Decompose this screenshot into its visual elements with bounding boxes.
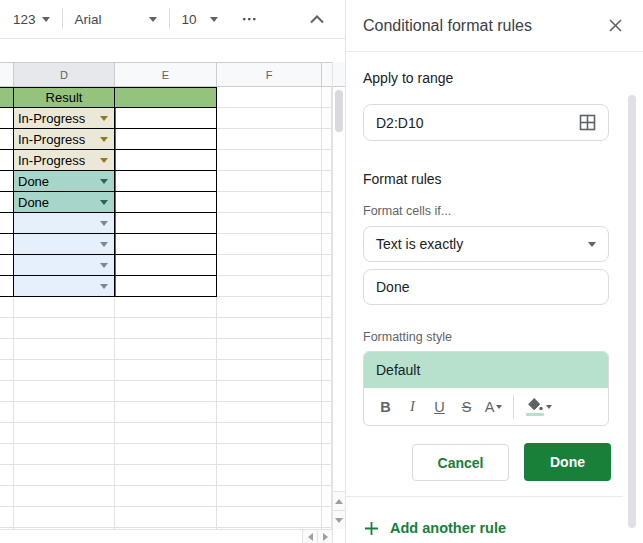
done-button[interactable]: Done bbox=[524, 443, 611, 481]
empty-cell[interactable] bbox=[115, 339, 217, 360]
cell-col-e[interactable] bbox=[115, 108, 217, 129]
cell-col-f[interactable] bbox=[217, 234, 322, 255]
cell-d2-dropdown[interactable]: In-Progress bbox=[14, 108, 115, 129]
cell-col-c[interactable] bbox=[0, 150, 14, 171]
empty-cell[interactable] bbox=[217, 297, 322, 318]
cell-col-g[interactable] bbox=[322, 108, 332, 129]
sheet-horizontal-scrollbar[interactable] bbox=[0, 529, 332, 543]
empty-cell[interactable] bbox=[322, 486, 332, 507]
cell-col-f[interactable] bbox=[217, 276, 322, 297]
panel-scrollbar-thumb[interactable] bbox=[628, 95, 636, 528]
empty-cell[interactable] bbox=[0, 339, 14, 360]
cell-d5-dropdown[interactable]: Done bbox=[14, 171, 115, 192]
empty-cell[interactable] bbox=[322, 402, 332, 423]
add-another-rule-button[interactable]: Add another rule bbox=[364, 514, 506, 542]
select-range-icon[interactable] bbox=[579, 114, 596, 131]
cell-col-g[interactable] bbox=[322, 276, 332, 297]
empty-cell[interactable] bbox=[14, 318, 115, 339]
cell-col-e[interactable] bbox=[115, 129, 217, 150]
cell-col-e[interactable] bbox=[115, 192, 217, 213]
cell-col-f[interactable] bbox=[217, 213, 322, 234]
empty-cell[interactable] bbox=[14, 423, 115, 444]
cell-d10-dropdown[interactable] bbox=[14, 276, 115, 297]
scroll-left-button[interactable] bbox=[302, 530, 317, 543]
cell-d6-dropdown[interactable]: Done bbox=[14, 192, 115, 213]
vertical-scrollbar-thumb[interactable] bbox=[335, 90, 343, 132]
empty-cell[interactable] bbox=[322, 318, 332, 339]
cell-g1[interactable] bbox=[322, 87, 332, 108]
empty-cell[interactable] bbox=[0, 297, 14, 318]
dropdown-arrow-icon[interactable] bbox=[100, 200, 108, 205]
cell-col-c[interactable] bbox=[0, 276, 14, 297]
empty-cell[interactable] bbox=[217, 444, 322, 465]
column-header-e[interactable]: E bbox=[115, 63, 217, 86]
empty-cell[interactable] bbox=[322, 507, 332, 528]
underline-button[interactable]: U bbox=[426, 393, 453, 421]
cell-col-g[interactable] bbox=[322, 129, 332, 150]
dropdown-arrow-icon[interactable] bbox=[100, 116, 108, 121]
empty-cell[interactable] bbox=[14, 339, 115, 360]
cell-col-e[interactable] bbox=[115, 255, 217, 276]
scroll-down-button[interactable] bbox=[333, 510, 345, 529]
empty-cell[interactable] bbox=[115, 402, 217, 423]
empty-cell[interactable] bbox=[322, 297, 332, 318]
strikethrough-button[interactable]: S bbox=[453, 393, 480, 421]
cell-d4-dropdown[interactable]: In-Progress bbox=[14, 150, 115, 171]
text-color-button[interactable]: A bbox=[480, 393, 507, 421]
empty-cell[interactable] bbox=[14, 402, 115, 423]
empty-cell[interactable] bbox=[115, 318, 217, 339]
empty-cell[interactable] bbox=[322, 444, 332, 465]
rule-text-input[interactable]: Done bbox=[363, 269, 609, 305]
dropdown-arrow-icon[interactable] bbox=[100, 158, 108, 163]
empty-cell[interactable] bbox=[14, 486, 115, 507]
empty-cell[interactable] bbox=[0, 381, 14, 402]
cell-d8-dropdown[interactable] bbox=[14, 234, 115, 255]
cell-d7-dropdown[interactable] bbox=[14, 213, 115, 234]
column-header-d[interactable]: D bbox=[14, 63, 115, 86]
scroll-up-button[interactable] bbox=[333, 491, 345, 510]
cell-col-e[interactable] bbox=[115, 234, 217, 255]
cell-col-c[interactable] bbox=[0, 192, 14, 213]
cell-col-g[interactable] bbox=[322, 234, 332, 255]
cell-col-c[interactable] bbox=[0, 255, 14, 276]
cancel-button[interactable]: Cancel bbox=[412, 444, 509, 481]
empty-cell[interactable] bbox=[217, 423, 322, 444]
empty-cell[interactable] bbox=[322, 339, 332, 360]
empty-cell[interactable] bbox=[14, 507, 115, 528]
collapse-toolbar-button[interactable] bbox=[303, 6, 331, 32]
cell-col-f[interactable] bbox=[217, 255, 322, 276]
empty-cell[interactable] bbox=[217, 339, 322, 360]
scroll-right-button[interactable] bbox=[317, 530, 332, 543]
sheet-vertical-scrollbar[interactable] bbox=[332, 62, 345, 543]
cell-col-g[interactable] bbox=[322, 192, 332, 213]
cell-col-c[interactable] bbox=[0, 213, 14, 234]
empty-cell[interactable] bbox=[115, 486, 217, 507]
empty-cell[interactable] bbox=[217, 360, 322, 381]
italic-button[interactable]: I bbox=[399, 393, 426, 421]
empty-cell[interactable] bbox=[217, 465, 322, 486]
empty-cell[interactable] bbox=[217, 402, 322, 423]
cell-col-c[interactable] bbox=[0, 129, 14, 150]
empty-cell[interactable] bbox=[217, 507, 322, 528]
cell-col-g[interactable] bbox=[322, 255, 332, 276]
cell-col-g[interactable] bbox=[322, 171, 332, 192]
cell-col-g[interactable] bbox=[322, 213, 332, 234]
column-header-c-partial[interactable] bbox=[0, 63, 14, 86]
empty-cell[interactable] bbox=[115, 297, 217, 318]
cell-col-e[interactable] bbox=[115, 171, 217, 192]
font-family-select[interactable]: Arial bbox=[68, 6, 164, 32]
cell-d1-result[interactable]: Result bbox=[14, 87, 115, 108]
cell-col-e[interactable] bbox=[115, 213, 217, 234]
empty-cell[interactable] bbox=[0, 318, 14, 339]
empty-cell[interactable] bbox=[0, 423, 14, 444]
column-header-f[interactable]: F bbox=[217, 63, 322, 86]
empty-cell[interactable] bbox=[14, 297, 115, 318]
empty-cell[interactable] bbox=[14, 465, 115, 486]
font-size-select[interactable]: 10 bbox=[175, 6, 225, 32]
dropdown-arrow-icon[interactable] bbox=[100, 221, 108, 226]
cell-c1[interactable] bbox=[0, 87, 14, 108]
empty-cell[interactable] bbox=[0, 465, 14, 486]
cell-col-c[interactable] bbox=[0, 171, 14, 192]
more-options-button[interactable]: ⋯ bbox=[235, 6, 265, 32]
dropdown-arrow-icon[interactable] bbox=[100, 242, 108, 247]
